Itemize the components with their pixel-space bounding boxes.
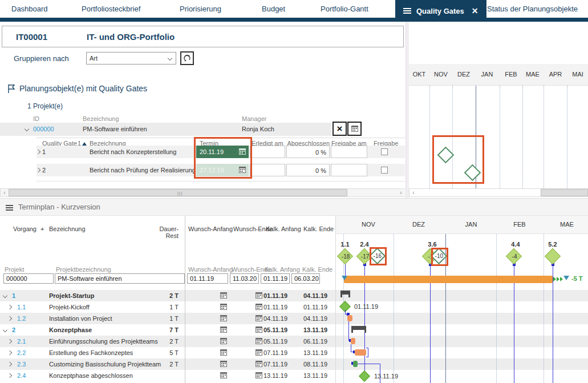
- summary-bar-konzeptphase[interactable]: [351, 326, 366, 330]
- task-row-1[interactable]: 1 Projekt-Startup 2 T 01.11.19 04.11.19: [0, 290, 335, 301]
- gate-erledigt-cell[interactable]: [250, 164, 285, 176]
- tab-dashboard[interactable]: Dashboard: [11, 0, 48, 18]
- milestone-label: 3.6: [428, 241, 436, 248]
- calendar-icon[interactable]: [220, 349, 227, 356]
- collapse-icon[interactable]: [3, 328, 7, 332]
- expand-icon[interactable]: [7, 350, 12, 355]
- tab-status-planungsobjekte[interactable]: Status der Planungsobjekte: [487, 0, 578, 18]
- expand-icon[interactable]: [7, 362, 12, 366]
- col-header-vorgang[interactable]: Vorgang: [13, 225, 37, 232]
- calendar-icon[interactable]: [256, 326, 262, 333]
- project-count: 1 Projekt(e): [27, 102, 63, 110]
- expand-icon[interactable]: [7, 305, 12, 309]
- col-header-kalk-anfang[interactable]: Kalk. Anfang: [266, 225, 301, 232]
- refresh-button[interactable]: [180, 51, 194, 65]
- milestone-diamond[interactable]: -4: [506, 248, 522, 264]
- add-task-icon[interactable]: +: [40, 225, 44, 232]
- tab-quality-gates-label: Quality Gates: [416, 2, 464, 20]
- task-row-2-3[interactable]: 2.3 Customizing Basisschulung Projekttea…: [0, 358, 335, 370]
- connector-line: [348, 321, 349, 340]
- wunsch-anfang-field[interactable]: 01.11.19: [187, 273, 228, 284]
- calendar-icon[interactable]: [220, 361, 227, 367]
- project-name-field[interactable]: PM-Software einführen: [55, 273, 185, 284]
- task-row-1-1[interactable]: 1.1 Projekt-Kickoff 1 T 01.11.19 01.11.1…: [0, 301, 335, 313]
- tab-portfoliosteckbrief[interactable]: Portfoliosteckbrief: [82, 0, 140, 18]
- gate-freigabe-am-cell[interactable]: [331, 164, 367, 176]
- calendar-button[interactable]: [347, 122, 362, 136]
- project-id-field[interactable]: 000000: [3, 273, 54, 284]
- task-row-2-1[interactable]: 2.1 Einführungsschulung des Projektteams…: [0, 336, 335, 347]
- milestone-date: 13.11.19: [374, 373, 398, 380]
- gate-abgeschlossen-cell[interactable]: 0 %: [286, 146, 330, 158]
- wunsch-ende-field[interactable]: 11.03.20: [230, 273, 259, 284]
- scroll-right-icon[interactable]: ›: [397, 189, 405, 196]
- calendar-icon[interactable]: [220, 315, 227, 321]
- horizontal-scrollbar[interactable]: ‹ ||| ›: [0, 188, 405, 197]
- gate-freigabe-am-cell[interactable]: [331, 146, 367, 158]
- col-header-wunsch-anfang[interactable]: Wunsch-Anfang: [188, 225, 233, 232]
- milestone-diamond[interactable]: [545, 248, 561, 264]
- col-header-kalk-ende[interactable]: Kalk. Ende: [303, 225, 334, 232]
- scrollbar-thumb[interactable]: |||: [9, 189, 347, 196]
- task-number: 2: [12, 326, 15, 333]
- tab-portfolio-gantt[interactable]: Portfolio-Gantt: [321, 0, 368, 18]
- calendar-icon[interactable]: [256, 304, 262, 310]
- calendar-icon[interactable]: [256, 372, 262, 378]
- scrollbar-thumb[interactable]: [541, 189, 588, 196]
- task-row-1-2[interactable]: 1.2 Installation von Project 1 T 04.11.1…: [0, 313, 335, 324]
- calendar-icon[interactable]: [220, 326, 227, 333]
- project-row[interactable]: 000000 PM-Software einführen Ronja Koch: [0, 123, 331, 136]
- task-row-2[interactable]: 2 Konzeptphase 7 T 05.11.19 13.11.19: [0, 324, 335, 336]
- expand-icon[interactable]: [7, 316, 12, 321]
- task-kalk-ende: 13.11.19: [303, 372, 327, 379]
- task-row-2-4[interactable]: 2.4 Konzeptphase abgeschlossen 13.11.19 …: [0, 370, 335, 381]
- calendar-icon[interactable]: [256, 361, 262, 367]
- group-by-select[interactable]: Art: [86, 52, 176, 64]
- delay-arrow-icon: [560, 277, 563, 281]
- calendar-icon[interactable]: [220, 292, 227, 299]
- scroll-left-icon[interactable]: ‹: [409, 189, 417, 196]
- gate-abgeschlossen-cell[interactable]: 0 %: [286, 164, 330, 176]
- task-bar-installation[interactable]: [347, 315, 352, 321]
- project-bar[interactable]: [344, 276, 553, 283]
- summary-bar-startup[interactable]: [340, 291, 350, 295]
- terminplan-section-bar[interactable]: Terminplan - Kurzversion: [0, 198, 588, 216]
- calendar-icon[interactable]: [220, 372, 227, 378]
- tab-budget[interactable]: Budget: [262, 0, 285, 18]
- col-header-bezeichnung[interactable]: Bezeichnung: [49, 225, 86, 232]
- milestone-diamond[interactable]: -18: [337, 248, 353, 264]
- expand-icon[interactable]: [36, 150, 40, 154]
- delete-button[interactable]: ×: [332, 122, 347, 136]
- calendar-icon[interactable]: [256, 349, 262, 356]
- gate-erledigt-cell[interactable]: [250, 146, 285, 158]
- column-divider[interactable]: [185, 216, 185, 383]
- calendar-icon[interactable]: [256, 315, 262, 321]
- calendar-icon[interactable]: [220, 304, 227, 310]
- expand-icon[interactable]: [36, 168, 40, 172]
- task-bar-einfuehrungsschulung[interactable]: [351, 338, 355, 344]
- close-tab-icon[interactable]: ✕: [472, 2, 478, 20]
- task-row-2-2[interactable]: 2.2 Erstellung des Fachkonzeptes 5 T 07.…: [0, 347, 335, 358]
- month-label: FEB: [513, 221, 525, 228]
- calendar-icon[interactable]: [256, 292, 262, 299]
- expand-icon[interactable]: [7, 339, 12, 344]
- menu-icon[interactable]: [403, 7, 411, 15]
- tab-priorisierung[interactable]: Priorisierung: [180, 0, 221, 18]
- collapse-icon[interactable]: [25, 127, 29, 131]
- gate-freigabe-checkbox[interactable]: [381, 148, 388, 155]
- horizontal-scrollbar[interactable]: ‹: [409, 188, 588, 197]
- expand-icon[interactable]: [7, 373, 12, 378]
- task-bar-customizing[interactable]: [353, 361, 358, 367]
- kalk-ende-field[interactable]: 06.03.20: [291, 273, 320, 284]
- project-id[interactable]: 000000: [33, 126, 54, 132]
- calendar-icon[interactable]: [220, 338, 227, 344]
- kalk-anfang-field[interactable]: 01.11.19: [261, 273, 290, 284]
- task-bar-fachkonzept[interactable]: [355, 349, 366, 356]
- gate-freigabe-checkbox[interactable]: [381, 167, 388, 174]
- menu-icon[interactable]: [6, 204, 13, 212]
- scroll-left-icon[interactable]: ‹: [1, 189, 9, 196]
- calendar-icon[interactable]: [256, 338, 262, 344]
- col-header-dauer-rest[interactable]: Dauer-Rest: [148, 225, 179, 239]
- task-milestone-konzeptphase[interactable]: [359, 370, 370, 382]
- collapse-icon[interactable]: [3, 293, 7, 298]
